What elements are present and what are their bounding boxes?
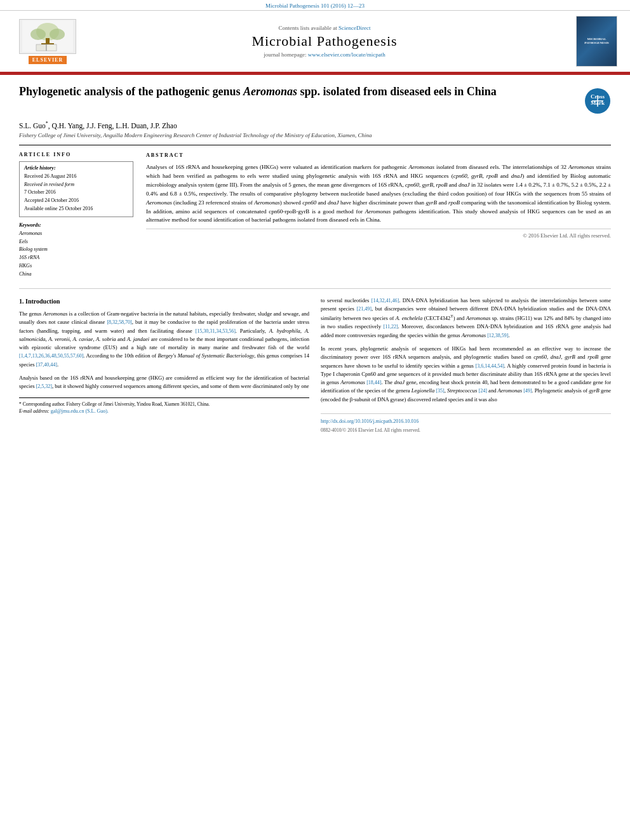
journal-volume-info: Microbial Pathogenesis 101 (2016) 12—23 bbox=[0, 0, 630, 11]
svg-point-3 bbox=[50, 29, 65, 40]
ref-12-38-59[interactable]: [12,38,59] bbox=[487, 333, 508, 338]
homepage-label: journal homepage: bbox=[264, 51, 306, 58]
article-info-column: ARTICLE INFO Article history: Received 2… bbox=[19, 152, 133, 279]
authors-line: S.L. Guo*, Q.H. Yang, J.J. Feng, L.H. Du… bbox=[19, 121, 611, 130]
keyword-biolog: Biolog system bbox=[19, 246, 133, 254]
intro-para-1: The genus Aeromonas is a collection of G… bbox=[19, 310, 309, 369]
keyword-aeromonas: Aeromonas bbox=[19, 230, 133, 238]
ref-3-6-14[interactable]: [3,6,14,44,54] bbox=[475, 363, 504, 369]
revised-label-text: Received in revised form bbox=[24, 182, 74, 187]
copyright-line: © 2016 Elsevier Ltd. All rights reserved… bbox=[146, 229, 611, 240]
keyword-16s: 16S rRNA bbox=[19, 254, 133, 262]
body-left-column: 1. Introduction The genus Aeromonas is a… bbox=[19, 297, 309, 434]
ref-1-4-7[interactable]: [1,4,7,13,26,36,48,50,55,57,60] bbox=[19, 353, 83, 359]
article-info-header: ARTICLE INFO bbox=[19, 152, 133, 157]
section-1-title: 1. Introduction bbox=[19, 297, 309, 307]
received-date: Received 26 August 2016 bbox=[24, 173, 128, 181]
svg-rect-5 bbox=[41, 43, 54, 44]
ref-15-30[interactable]: [15,30,31,34,53,56] bbox=[196, 328, 236, 334]
svg-rect-6 bbox=[36, 44, 46, 51]
abstract-text: Analyses of 16S rRNA and housekeeping ge… bbox=[146, 163, 611, 225]
doi-anchor[interactable]: http://dx.doi.org/10.1016/j.micpath.2016… bbox=[321, 418, 419, 424]
issn-line: 0882-4010/© 2016 Elsevier Ltd. All right… bbox=[321, 427, 611, 434]
elsevier-graphic bbox=[19, 19, 76, 54]
ref-11-22[interactable]: [11,22] bbox=[384, 324, 398, 330]
footnote-text: * Corresponding author. Fishery College … bbox=[19, 401, 210, 407]
keyword-hkgs: HKGs bbox=[19, 262, 133, 270]
elsevier-tree-icon bbox=[22, 20, 73, 52]
journal-cover-label: MICROBIAL PATHOGENESIS bbox=[584, 37, 609, 46]
abstract-header: ABSTRACT bbox=[146, 152, 611, 159]
title-static-start: Phylogenetic analysis of the pathogenic … bbox=[19, 85, 243, 98]
keywords-title: Keywords: bbox=[19, 222, 133, 228]
accepted-date: Accepted 24 October 2016 bbox=[24, 197, 128, 205]
email-link[interactable]: gal@jmu.edu.cn (S.L. Guo). bbox=[51, 408, 109, 414]
contents-available-text: Contents lists available at bbox=[279, 25, 337, 31]
journal-title: Microbial Pathogenesis bbox=[83, 33, 566, 50]
ref-18-44[interactable]: [18,44] bbox=[366, 380, 381, 385]
article-history-block: Article history: Received 26 August 2016… bbox=[19, 161, 133, 217]
body-right-column: to several nucleotides [14,32,41,46]. DN… bbox=[321, 297, 611, 434]
ref-21-49[interactable]: [21,49] bbox=[357, 306, 372, 312]
journal-cover-right: MICROBIAL PATHOGENESIS bbox=[566, 16, 617, 67]
footnote: * Corresponding author. Fishery College … bbox=[19, 397, 309, 416]
email-label: E-mail address: bbox=[19, 408, 50, 414]
article-info-abstract-section: ARTICLE INFO Article history: Received 2… bbox=[19, 145, 611, 279]
crossmark-badge[interactable]: Cross Mark bbox=[584, 88, 611, 114]
ref-35[interactable]: [35] bbox=[436, 388, 444, 394]
journal-header-center: Contents lists available at ScienceDirec… bbox=[83, 25, 566, 58]
intro-para-2: Analysis based on the 16S rRNA and house… bbox=[19, 374, 309, 391]
svg-rect-7 bbox=[46, 44, 57, 51]
ref-8-32-58-70[interactable]: [8,32,58,70] bbox=[107, 319, 131, 325]
article-content: Phylogenetic analysis of the pathogenic … bbox=[0, 75, 630, 444]
ref-2-5-32[interactable]: [2,5,32] bbox=[36, 383, 52, 389]
body-columns: 1. Introduction The genus Aeromonas is a… bbox=[19, 288, 611, 434]
ref-37-40-44[interactable]: [37,40,44] bbox=[36, 362, 57, 368]
sciencedirect-link[interactable]: ScienceDirect bbox=[338, 25, 370, 31]
keywords-block: Keywords: Aeromonas Eels Biolog system 1… bbox=[19, 222, 133, 279]
contents-line: Contents lists available at ScienceDirec… bbox=[83, 25, 566, 31]
article-history-title: Article history: bbox=[24, 165, 128, 171]
corresponding-marker: * bbox=[46, 121, 48, 126]
footer-section: http://dx.doi.org/10.1016/j.micpath.2016… bbox=[321, 413, 611, 434]
article-title-block: Phylogenetic analysis of the pathogenic … bbox=[19, 84, 611, 114]
article-title-text: Phylogenetic analysis of the pathogenic … bbox=[19, 84, 578, 99]
journal-cover-image: MICROBIAL PATHOGENESIS bbox=[576, 16, 617, 67]
ref-24[interactable]: [24] bbox=[479, 388, 487, 394]
homepage-line: journal homepage: www.elsevier.com/locat… bbox=[83, 51, 566, 58]
elsevier-brand: ELSEVIER bbox=[29, 56, 67, 64]
right-para-1: to several nucleotides [14,32,41,46]. DN… bbox=[321, 297, 611, 340]
title-genus-name: Aeromonas bbox=[243, 85, 297, 98]
ref-49[interactable]: [49] bbox=[523, 388, 532, 394]
affiliation-line: Fishery College of Jimei University, Ang… bbox=[19, 132, 611, 138]
received-revised-label: Received in revised form bbox=[24, 181, 128, 189]
ref-14-32-41[interactable]: [14,32,41,46] bbox=[372, 298, 399, 303]
homepage-link[interactable]: www.elsevier.com/locate/micpath bbox=[308, 51, 385, 58]
publisher-logo: ELSEVIER bbox=[13, 19, 83, 64]
journal-masthead: ELSEVIER Contents lists available at Sci… bbox=[0, 11, 630, 73]
keyword-eels: Eels bbox=[19, 238, 133, 246]
right-para-2: In recent years, phylogenetic analysis o… bbox=[321, 345, 611, 404]
doi-link[interactable]: http://dx.doi.org/10.1016/j.micpath.2016… bbox=[321, 418, 611, 425]
title-static-end: spp. isolated from diseased eels in Chin… bbox=[297, 85, 497, 98]
keyword-china: China bbox=[19, 270, 133, 279]
volume-label: Microbial Pathogenesis 101 (2016) 12—23 bbox=[265, 3, 365, 9]
available-date: Available online 25 October 2016 bbox=[24, 205, 128, 213]
svg-point-2 bbox=[30, 29, 46, 40]
abstract-column: ABSTRACT Analyses of 16S rRNA and housek… bbox=[146, 152, 611, 279]
received-revised-date: 7 October 2016 bbox=[24, 189, 128, 197]
